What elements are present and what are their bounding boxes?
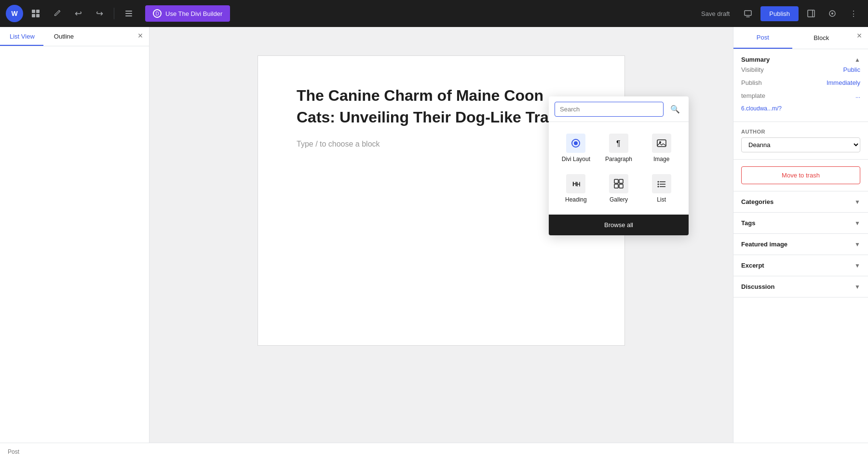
summary-section: Summary ▲ Visibility Public Publish Imme… <box>733 49 868 122</box>
visibility-value[interactable]: Public <box>843 66 860 73</box>
block-item-image[interactable]: Image <box>640 128 683 168</box>
svg-rect-5 <box>125 13 132 14</box>
block-label-heading: Heading <box>565 196 587 203</box>
summary-title: Summary <box>741 56 770 63</box>
svg-rect-4 <box>125 11 132 12</box>
left-sidebar-tabs: List View Outline × <box>0 27 149 46</box>
wp-logo-icon[interactable]: W <box>6 5 23 22</box>
tags-label: Tags <box>741 219 755 227</box>
save-draft-button[interactable]: Save draft <box>695 6 735 21</box>
url-value[interactable]: 6.cloudwa...m/? <box>741 105 782 112</box>
discussion-chevron-icon: ▼ <box>854 284 860 290</box>
divi-settings-button[interactable] <box>824 5 841 22</box>
tags-chevron-icon: ▼ <box>854 220 860 227</box>
edit-button[interactable] <box>48 5 66 22</box>
svg-rect-18 <box>619 179 623 183</box>
tab-list-view[interactable]: List View <box>0 27 44 46</box>
svg-point-10 <box>831 13 833 14</box>
add-block-toolbar-button[interactable] <box>27 5 44 22</box>
block-item-list[interactable]: List <box>640 168 683 209</box>
left-sidebar: List View Outline × <box>0 27 149 443</box>
block-icon-image <box>652 134 671 153</box>
svg-point-25 <box>657 186 659 188</box>
tags-section[interactable]: Tags ▼ <box>733 213 868 234</box>
divi-btn-label: Use The Divi Builder <box>165 10 222 17</box>
more-options-button[interactable]: ⋮ <box>845 5 862 22</box>
publish-value[interactable]: Immediately <box>827 79 860 86</box>
block-item-divi-layout[interactable]: Divi Layout <box>555 128 597 168</box>
visibility-label: Visibility <box>741 66 764 73</box>
svg-rect-17 <box>614 179 618 183</box>
redo-button[interactable]: ↪ <box>91 5 108 22</box>
tab-outline[interactable]: Outline <box>44 27 83 46</box>
author-label: AUTHOR <box>741 129 860 135</box>
discussion-label: Discussion <box>741 283 774 290</box>
block-list-view-button[interactable] <box>120 5 137 22</box>
block-placeholder[interactable]: Type / to choose a block <box>297 140 586 149</box>
undo-button[interactable]: ↩ <box>69 5 87 22</box>
left-sidebar-content <box>0 46 149 443</box>
svg-rect-7 <box>745 11 751 15</box>
url-row: 6.cloudwa...m/? <box>741 102 860 115</box>
block-search-input[interactable] <box>555 102 664 117</box>
toolbar-right: Save draft Publish ⋮ <box>695 5 862 22</box>
publish-button[interactable]: Publish <box>760 6 799 21</box>
block-item-heading[interactable]: HHeading <box>555 168 597 209</box>
publish-row: Publish Immediately <box>741 76 860 89</box>
block-icon-list <box>652 174 671 193</box>
block-label-gallery: Gallery <box>610 196 628 203</box>
excerpt-label: Excerpt <box>741 262 764 269</box>
discussion-section[interactable]: Discussion ▼ <box>733 276 868 298</box>
bottom-bar: Post <box>0 443 868 460</box>
browse-all-button[interactable]: Browse all <box>549 215 689 235</box>
categories-section[interactable]: Categories ▼ <box>733 191 868 213</box>
block-icon-divi-layout <box>566 134 585 153</box>
svg-rect-6 <box>125 15 132 16</box>
svg-point-21 <box>657 181 659 183</box>
svg-text:H: H <box>572 180 577 188</box>
template-value[interactable]: ... <box>855 93 860 99</box>
right-sidebar-tabs: Post Block × <box>733 27 868 49</box>
bottom-bar-label: Post <box>8 448 19 455</box>
publish-label: Publish <box>741 79 762 86</box>
visibility-row: Visibility Public <box>741 63 860 76</box>
post-title[interactable]: The Canine Charm of Maine Coon Cats: Unv… <box>297 85 586 128</box>
featured-image-section[interactable]: Featured image ▼ <box>733 234 868 255</box>
excerpt-section[interactable]: Excerpt ▼ <box>733 255 868 276</box>
tab-block[interactable]: Block <box>792 27 851 49</box>
tab-post[interactable]: Post <box>733 27 792 49</box>
toolbar-separator <box>114 8 114 19</box>
svg-point-15 <box>659 141 661 143</box>
block-label-list: List <box>657 196 666 203</box>
block-icon-gallery <box>609 174 628 193</box>
template-row: template ... <box>741 89 860 102</box>
categories-label: Categories <box>741 198 773 205</box>
svg-point-12 <box>574 141 578 145</box>
author-section: AUTHOR Deanna <box>733 122 868 160</box>
svg-text:¶: ¶ <box>616 139 621 148</box>
featured-image-chevron-icon: ▼ <box>854 241 860 248</box>
featured-image-label: Featured image <box>741 241 787 248</box>
block-label-image: Image <box>653 156 669 162</box>
block-label-paragraph: Paragraph <box>605 156 632 162</box>
summary-chevron-icon: ▲ <box>854 56 860 63</box>
preview-button[interactable] <box>739 5 757 22</box>
sidebar-toggle-button[interactable] <box>802 5 820 22</box>
svg-point-23 <box>657 184 659 185</box>
svg-rect-19 <box>614 184 618 188</box>
move-to-trash-button[interactable]: Move to trash <box>741 166 860 184</box>
divi-builder-button[interactable]: D Use The Divi Builder <box>145 5 230 22</box>
block-item-paragraph[interactable]: ¶Paragraph <box>597 128 640 168</box>
author-select[interactable]: Deanna <box>741 137 860 152</box>
close-right-sidebar-button[interactable]: × <box>851 27 868 44</box>
summary-section-header[interactable]: Summary ▲ <box>741 56 860 63</box>
excerpt-chevron-icon: ▼ <box>854 262 860 269</box>
svg-rect-1 <box>36 10 40 13</box>
block-inserter-search-area: 🔍 <box>549 96 689 122</box>
block-item-gallery[interactable]: Gallery <box>597 168 640 209</box>
close-left-sidebar-button[interactable]: × <box>132 27 149 44</box>
svg-rect-14 <box>657 140 666 147</box>
categories-chevron-icon: ▼ <box>854 199 860 205</box>
block-search-button[interactable]: 🔍 <box>667 101 683 117</box>
block-grid: Divi Layout¶ParagraphImageHHeadingGaller… <box>549 122 689 215</box>
